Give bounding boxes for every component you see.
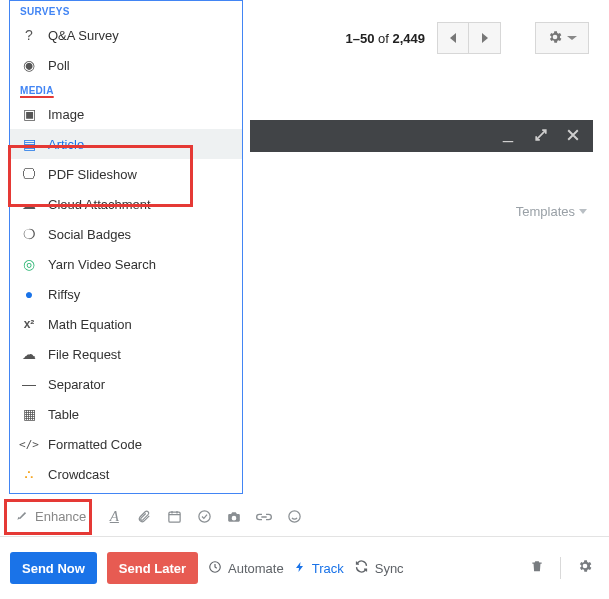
pager-total: 2,449 — [392, 31, 425, 46]
item-label: Poll — [48, 58, 70, 73]
item-label: Riffsy — [48, 287, 80, 302]
item-cloud-attachment[interactable]: ☁Cloud Attachment — [10, 189, 242, 219]
item-label: Image — [48, 107, 84, 122]
enhance-label: Enhance — [35, 509, 86, 524]
item-label: Q&A Survey — [48, 28, 119, 43]
separator-icon: — — [20, 375, 38, 393]
enhance-button[interactable]: Enhance — [9, 504, 92, 529]
item-yarn-video[interactable]: ◎Yarn Video Search — [10, 249, 242, 279]
close-icon[interactable] — [567, 129, 581, 143]
item-table[interactable]: ▦Table — [10, 399, 242, 429]
insert-panel: SURVEYS ?Q&A Survey ◉Poll MEDIA ▣Image ▤… — [9, 0, 243, 494]
item-label: Article — [48, 137, 84, 152]
format-text-button[interactable]: A — [106, 509, 122, 525]
item-label: Formatted Code — [48, 437, 142, 452]
item-article[interactable]: ▤Article — [10, 129, 242, 159]
item-label: Social Badges — [48, 227, 131, 242]
svg-point-2 — [289, 511, 300, 522]
sync-icon — [354, 559, 369, 577]
expand-icon[interactable] — [535, 129, 549, 143]
trash-button[interactable] — [524, 558, 550, 579]
cloud-icon: ☁ — [20, 195, 38, 213]
svg-rect-0 — [169, 512, 180, 522]
track-label: Track — [312, 561, 344, 576]
templates-dropdown[interactable]: Templates — [516, 204, 587, 219]
item-label: Yarn Video Search — [48, 257, 156, 272]
item-formatted-code[interactable]: </>Formatted Code — [10, 429, 242, 459]
track-button[interactable]: Track — [294, 559, 344, 578]
link-button[interactable] — [256, 509, 272, 525]
item-poll[interactable]: ◉Poll — [10, 50, 242, 80]
pager-text: 1–50 of 2,449 — [345, 31, 425, 46]
item-social-badges[interactable]: ❍Social Badges — [10, 219, 242, 249]
riffsy-icon: ● — [20, 285, 38, 303]
emoji-button[interactable] — [286, 509, 302, 525]
item-label: File Request — [48, 347, 121, 362]
item-label: Table — [48, 407, 79, 422]
task-button[interactable] — [196, 509, 212, 525]
cloud-up-icon: ☁ — [20, 345, 38, 363]
section-media: MEDIA — [10, 80, 242, 99]
item-math-equation[interactable]: x²Math Equation — [10, 309, 242, 339]
item-crowdcast[interactable]: ⛬Crowdcast — [10, 459, 242, 489]
divider — [0, 536, 609, 537]
pager-buttons — [437, 22, 501, 54]
pager-of: of — [378, 31, 389, 46]
item-pdf-slideshow[interactable]: 🖵PDF Slideshow — [10, 159, 242, 189]
bottom-bar: Send Now Send Later Automate Track Sync — [0, 546, 609, 590]
question-icon: ? — [20, 26, 38, 44]
divider-vertical — [560, 557, 561, 579]
sync-label: Sync — [375, 561, 404, 576]
table-icon: ▦ — [20, 405, 38, 423]
pager-range: 1–50 — [345, 31, 374, 46]
chevron-right-icon — [482, 33, 488, 43]
item-qa-survey[interactable]: ?Q&A Survey — [10, 20, 242, 50]
chevron-down-icon — [567, 36, 577, 40]
sync-button[interactable]: Sync — [354, 559, 404, 577]
item-label: Separator — [48, 377, 105, 392]
wand-icon — [15, 508, 29, 525]
section-surveys: SURVEYS — [10, 1, 242, 20]
code-icon: </> — [20, 435, 38, 453]
clock-icon — [208, 560, 222, 577]
minimize-icon[interactable]: _ — [503, 129, 517, 143]
pager-next-button[interactable] — [469, 22, 501, 54]
chevron-left-icon — [450, 33, 456, 43]
compose-titlebar: _ — [250, 120, 593, 152]
item-label: Cloud Attachment — [48, 197, 151, 212]
automate-button[interactable]: Automate — [208, 560, 284, 577]
item-image[interactable]: ▣Image — [10, 99, 242, 129]
gear-icon — [547, 29, 563, 48]
pager-prev-button[interactable] — [437, 22, 469, 54]
item-label: Math Equation — [48, 317, 132, 332]
chevron-down-icon — [579, 209, 587, 214]
send-later-button[interactable]: Send Later — [107, 552, 198, 584]
item-separator[interactable]: —Separator — [10, 369, 242, 399]
item-file-request[interactable]: ☁File Request — [10, 339, 242, 369]
monitor-icon: 🖵 — [20, 165, 38, 183]
crowdcast-icon: ⛬ — [20, 465, 38, 483]
item-riffsy[interactable]: ●Riffsy — [10, 279, 242, 309]
calendar-button[interactable] — [166, 509, 182, 525]
bolt-icon — [294, 559, 306, 578]
poll-icon: ◉ — [20, 56, 38, 74]
templates-label: Templates — [516, 204, 575, 219]
settings-button[interactable] — [571, 558, 599, 579]
svg-point-1 — [199, 511, 210, 522]
settings-gear-button[interactable] — [535, 22, 589, 54]
enhance-toolbar: Enhance A — [9, 504, 302, 529]
yarn-icon: ◎ — [20, 255, 38, 273]
image-icon: ▣ — [20, 105, 38, 123]
article-icon: ▤ — [20, 135, 38, 153]
send-now-button[interactable]: Send Now — [10, 552, 97, 584]
item-label: Crowdcast — [48, 467, 109, 482]
automate-label: Automate — [228, 561, 284, 576]
math-icon: x² — [20, 315, 38, 333]
badge-icon: ❍ — [20, 225, 38, 243]
camera-button[interactable] — [226, 509, 242, 525]
item-label: PDF Slideshow — [48, 167, 137, 182]
attach-button[interactable] — [136, 509, 152, 525]
